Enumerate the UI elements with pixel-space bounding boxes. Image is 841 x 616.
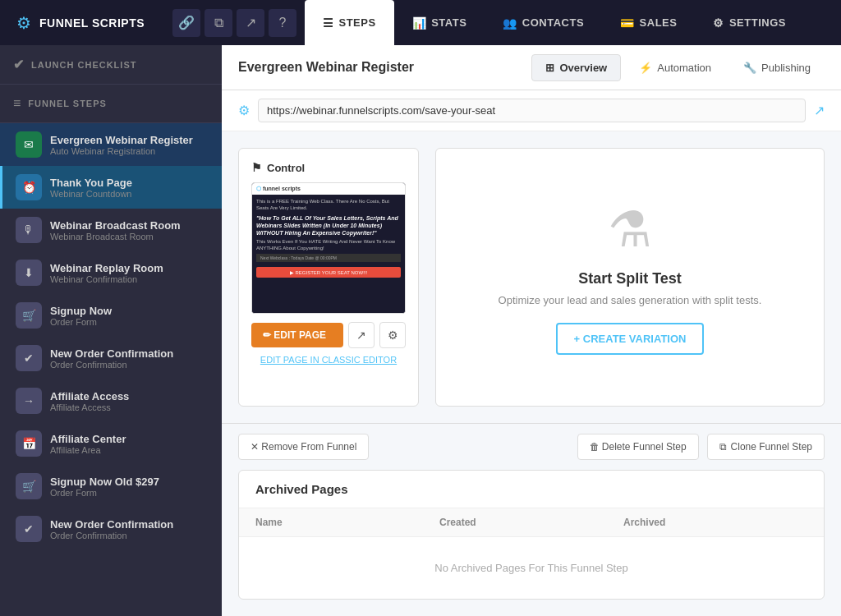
help-icon-btn[interactable]: ? (269, 9, 296, 37)
sidebar-steps-list: ✉ Evergreen Webinar Register Auto Webina… (0, 123, 222, 616)
sidebar-item-affiliate-center[interactable]: 📅 Affiliate Center Affiliate Area (0, 422, 222, 465)
mic-icon: 🎙 (16, 217, 42, 243)
control-label: ⚑ Control (251, 161, 406, 174)
flask-icon: ⚗ (608, 200, 652, 258)
launch-checklist-label: ✔ LAUNCH CHECKLIST (13, 57, 209, 72)
col-archived: Archived (623, 517, 807, 528)
tab-steps[interactable]: ☰ STEPS (305, 0, 394, 45)
split-test-title: Start Split Test (578, 270, 682, 287)
archived-table: Name Created Archived No Archived Pages … (239, 508, 824, 599)
stats-icon: 📊 (412, 16, 427, 30)
funnel-steps-icon: ≡ (13, 96, 21, 111)
sidebar-item-signup-old[interactable]: 🛒 Signup Now Old $297 Order Form (0, 465, 222, 508)
edit-page-button[interactable]: ✏ EDIT PAGE (251, 323, 343, 347)
sidebar: ✔ LAUNCH CHECKLIST ≡ FUNNEL STEPS ✉ Ever… (0, 45, 222, 616)
tab-overview[interactable]: ⊞ Overview (531, 54, 621, 81)
url-bar: ⚙ ↗ (222, 90, 841, 131)
quick-icons: 🔗 ⧉ ↗ ? (164, 9, 305, 37)
content-tabs: ⊞ Overview ⚡ Automation 🔧 Publishing (531, 54, 825, 81)
main-layout: ✔ LAUNCH CHECKLIST ≡ FUNNEL STEPS ✉ Ever… (0, 45, 841, 616)
settings-url-icon: ⚙ (238, 103, 250, 118)
funnel-steps-label: ≡ FUNNEL STEPS (13, 96, 209, 111)
contacts-icon: 👥 (503, 16, 517, 30)
share-icon-btn[interactable]: ↗ (237, 9, 264, 37)
funnel-steps-section: ≡ FUNNEL STEPS (0, 85, 222, 123)
preview-footer: Next Webclass : Todays Date @ 00:00PM (256, 254, 401, 262)
preview-register-btn: ▶ REGISTER YOUR SEAT NOW!!! (256, 267, 401, 278)
archived-header: Archived Pages (239, 471, 824, 508)
top-nav: ⚙ FUNNEL SCRIPTS 🔗 ⧉ ↗ ? ☰ STEPS 📊 STATS… (0, 0, 841, 45)
settings-page-icon-btn[interactable]: ⚙ (379, 322, 406, 348)
sidebar-item-signup[interactable]: 🛒 Signup Now Order Form (0, 294, 222, 337)
bottom-actions: ✕ Remove From Funnel 🗑 Delete Funnel Ste… (222, 423, 841, 470)
sidebar-item-replay[interactable]: ⬇ Webinar Replay Room Webinar Confirmati… (0, 251, 222, 294)
cart-icon: 🛒 (16, 302, 42, 329)
gear-icon: ⚙ (16, 13, 31, 33)
edit-classic-link[interactable]: EDIT PAGE IN CLASSIC EDITOR (251, 355, 406, 365)
col-created: Created (439, 517, 623, 528)
sales-icon: 💳 (620, 16, 635, 30)
email-icon: ✉ (16, 131, 42, 158)
preview-headline: "How To Get ALL Of Your Sales Letters, S… (256, 214, 401, 237)
sidebar-item-order-confirm[interactable]: ✔ New Order Confirmation Order Confirmat… (0, 337, 222, 379)
main-tabs: ☰ STEPS 📊 STATS 👥 CONTACTS 💳 SALES ⚙ SET… (305, 0, 841, 45)
checklist-icon: ✔ (13, 57, 25, 72)
tab-publishing[interactable]: 🔧 Publishing (729, 54, 825, 81)
tab-automation[interactable]: ⚡ Automation (625, 54, 725, 81)
open-page-icon-btn[interactable]: ↗ (348, 322, 375, 348)
overview-icon: ⊞ (545, 62, 554, 74)
archived-table-header: Name Created Archived (239, 508, 824, 537)
check-icon: ✔ (16, 345, 42, 371)
sidebar-item-affiliate[interactable]: → Affiliate Access Affiliate Access (0, 379, 222, 422)
page-card: ⚑ Control ⬡ funnel scripts This is a FRE… (238, 148, 419, 407)
clone-funnel-step-button[interactable]: ⧉ Clone Funnel Step (707, 434, 825, 460)
publishing-icon: 🔧 (743, 62, 756, 74)
link-icon-btn[interactable]: 🔗 (172, 9, 200, 37)
brand-name: FUNNEL SCRIPTS (39, 16, 145, 30)
settings-icon: ⚙ (713, 16, 724, 30)
preview-alert: This is a FREE Training Web Class. There… (256, 199, 401, 212)
page-title: Evergreen Webinar Register (238, 60, 531, 75)
launch-checklist-section: ✔ LAUNCH CHECKLIST (0, 45, 222, 85)
affiliate-icon: → (16, 388, 42, 414)
copy-icon-btn[interactable]: ⧉ (205, 9, 232, 37)
preview-subtext: This Works Even If You HATE Writing And … (256, 239, 401, 252)
sidebar-item-evergreen[interactable]: ✉ Evergreen Webinar Register Auto Webina… (0, 123, 222, 166)
remove-from-funnel-button[interactable]: ✕ Remove From Funnel (238, 434, 369, 460)
clone-icon: ⧉ (719, 441, 727, 453)
preview-logo: ⬡ funnel scripts (256, 186, 301, 192)
archived-empty-message: No Archived Pages For This Funnel Step (239, 537, 824, 599)
tab-settings[interactable]: ⚙ SETTINGS (695, 0, 804, 45)
page-card-actions: ✏ EDIT PAGE ↗ ⚙ (251, 322, 406, 348)
brand: ⚙ FUNNEL SCRIPTS (0, 13, 164, 33)
split-area: ⚑ Control ⬡ funnel scripts This is a FRE… (222, 131, 841, 423)
page-preview: ⬡ funnel scripts This is a FREE Training… (251, 182, 406, 314)
calendar-icon: 📅 (16, 430, 42, 457)
tab-stats[interactable]: 📊 STATS (394, 0, 485, 45)
sidebar-item-thankyou[interactable]: ⏰ Thank You Page Webinar Countdown (0, 166, 222, 209)
content-header: Evergreen Webinar Register ⊞ Overview ⚡ … (222, 45, 841, 90)
tab-sales[interactable]: 💳 SALES (602, 0, 695, 45)
preview-body: This is a FREE Training Web Class. There… (252, 195, 405, 313)
create-variation-button[interactable]: + CREATE VARIATION (556, 323, 705, 355)
clock-icon: ⏰ (16, 174, 42, 200)
cart2-icon: 🛒 (16, 473, 42, 499)
flag-icon: ⚑ (251, 161, 262, 174)
split-test-description: Optimize your lead and sales generation … (499, 294, 762, 306)
delete-funnel-step-button[interactable]: 🗑 Delete Funnel Step (577, 434, 699, 460)
download-icon: ⬇ (16, 260, 42, 286)
check2-icon: ✔ (16, 516, 42, 542)
external-link-icon[interactable]: ↗ (814, 103, 825, 118)
automation-icon: ⚡ (639, 62, 652, 74)
sidebar-item-broadcast[interactable]: 🎙 Webinar Broadcast Room Webinar Broadca… (0, 209, 222, 251)
archived-section: Archived Pages Name Created Archived No … (238, 470, 825, 600)
split-test-panel: ⚗ Start Split Test Optimize your lead an… (435, 148, 825, 407)
sidebar-item-order-confirm2[interactable]: ✔ New Order Confirmation Order Confirmat… (0, 508, 222, 550)
col-name: Name (255, 517, 439, 528)
page-preview-inner: ⬡ funnel scripts This is a FREE Training… (252, 183, 405, 313)
preview-header: ⬡ funnel scripts (252, 183, 405, 195)
steps-icon: ☰ (323, 16, 334, 30)
tab-contacts[interactable]: 👥 CONTACTS (485, 0, 602, 45)
url-input[interactable] (258, 99, 806, 122)
content-area: Evergreen Webinar Register ⊞ Overview ⚡ … (222, 45, 841, 616)
